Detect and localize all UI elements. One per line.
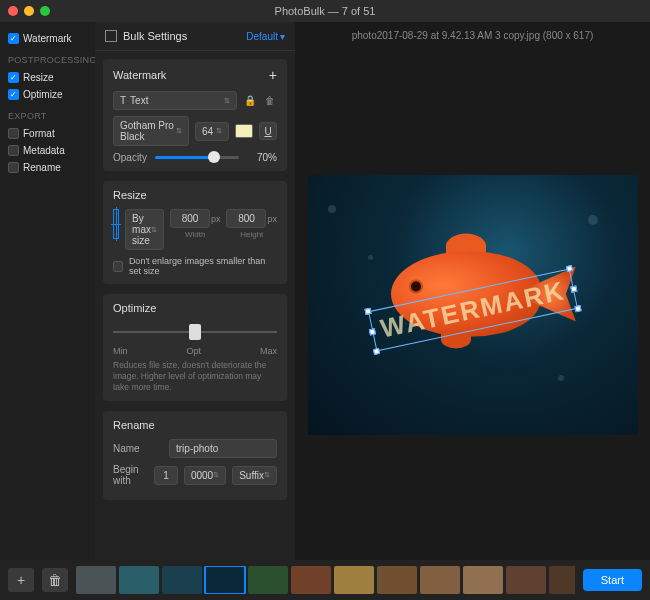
main-layout: ✓ Watermark POSTPROCESSING ✓ Resize ✓ Op…: [0, 22, 650, 560]
font-size-stepper[interactable]: 64 ⇅: [195, 122, 229, 141]
thumbnail[interactable]: [119, 566, 159, 594]
optimize-slider[interactable]: [113, 322, 277, 342]
settings-column: Bulk Settings Default ▾ Watermark + T: [95, 22, 295, 560]
checkbox-icon[interactable]: ✓: [8, 89, 19, 100]
checkbox-icon[interactable]: ✓: [8, 72, 19, 83]
preset-dropdown[interactable]: Default ▾: [246, 31, 285, 42]
resize-handle[interactable]: [372, 348, 379, 355]
resize-mode-dropdown[interactable]: By max size ⇅: [125, 209, 164, 250]
chevron-updown-icon: ⇅: [151, 226, 157, 234]
thumbnail[interactable]: [463, 566, 503, 594]
opacity-label: Opacity: [113, 152, 147, 163]
preview-filename: photo2017-08-29 at 9.42.13 AM 3 copy.jpg…: [295, 22, 650, 49]
sidebar-item-label: Metadata: [23, 145, 65, 156]
resize-handle[interactable]: [565, 265, 572, 272]
thumbnail-strip: [76, 566, 575, 594]
add-watermark-button[interactable]: +: [269, 67, 277, 83]
font-dropdown[interactable]: Gotham Pro Black ⇅: [113, 116, 189, 146]
font-size-value: 64: [202, 126, 213, 137]
thumbnail[interactable]: [76, 566, 116, 594]
thumbnail[interactable]: [162, 566, 202, 594]
sidebar-item-format[interactable]: Format: [6, 125, 89, 142]
window-controls: [0, 6, 50, 16]
resize-handle[interactable]: [364, 307, 371, 314]
begin-with-label: Begin with: [113, 464, 148, 486]
add-button[interactable]: +: [8, 568, 34, 592]
resize-handle[interactable]: [574, 305, 581, 312]
resize-handle[interactable]: [368, 328, 375, 335]
digits-dropdown[interactable]: 0000 ⇅: [184, 466, 226, 485]
checkbox-icon[interactable]: [8, 128, 19, 139]
height-input[interactable]: 800: [226, 209, 266, 228]
chevron-updown-icon: ⇅: [224, 97, 230, 105]
name-label: Name: [113, 443, 163, 454]
name-input[interactable]: trip-photo: [169, 439, 277, 458]
preview-image[interactable]: WATERMARK: [308, 175, 638, 435]
begin-with-input[interactable]: 1: [154, 466, 178, 485]
thumbnail[interactable]: [334, 566, 374, 594]
color-swatch[interactable]: [235, 124, 253, 138]
minimize-icon[interactable]: [24, 6, 34, 16]
sidebar: ✓ Watermark POSTPROCESSING ✓ Resize ✓ Op…: [0, 22, 95, 560]
opacity-value: 70%: [247, 152, 277, 163]
checkbox-icon[interactable]: [8, 162, 19, 173]
delete-button[interactable]: 🗑: [42, 568, 68, 592]
thumbnail[interactable]: [506, 566, 546, 594]
lock-icon[interactable]: 🔒: [243, 94, 257, 108]
checkbox-icon[interactable]: ✓: [8, 33, 19, 44]
watermark-type-label: Text: [130, 95, 148, 106]
checkbox-icon[interactable]: [8, 145, 19, 156]
thumbnail[interactable]: [205, 566, 245, 594]
sidebar-heading-postprocessing: POSTPROCESSING: [8, 55, 87, 65]
window-title: PhotoBulk — 7 of 51: [0, 5, 650, 17]
chevron-down-icon: ▾: [280, 31, 285, 42]
panel-rename: Rename Name trip-photo Begin with 1 0000…: [103, 411, 287, 500]
sidebar-item-label: Rename: [23, 162, 61, 173]
sidebar-item-watermark[interactable]: ✓ Watermark: [6, 30, 89, 47]
preview-body: WATERMARK: [295, 49, 650, 560]
optimize-max-label: Max: [260, 346, 277, 356]
unit-label: px: [211, 214, 221, 224]
resize-mode-label: By max size: [132, 213, 151, 246]
sidebar-item-rename[interactable]: Rename: [6, 159, 89, 176]
zoom-icon[interactable]: [40, 6, 50, 16]
trash-icon[interactable]: 🗑: [263, 94, 277, 108]
dont-enlarge-checkbox[interactable]: [113, 261, 123, 272]
sidebar-item-resize[interactable]: ✓ Resize: [6, 69, 89, 86]
panel-resize: Resize By max size ⇅ 800 px Width: [103, 181, 287, 284]
close-icon[interactable]: [8, 6, 18, 16]
panel-title: Watermark: [113, 69, 166, 81]
optimize-min-label: Min: [113, 346, 128, 356]
thumbnail[interactable]: [377, 566, 417, 594]
sidebar-item-label: Optimize: [23, 89, 62, 100]
width-input[interactable]: 800: [170, 209, 210, 228]
sidebar-item-label: Resize: [23, 72, 54, 83]
sidebar-item-metadata[interactable]: Metadata: [6, 142, 89, 159]
thumbnail[interactable]: [420, 566, 460, 594]
width-label: Width: [185, 230, 205, 239]
thumbnail[interactable]: [248, 566, 288, 594]
text-icon: T: [120, 95, 126, 106]
footer: + 🗑 Start: [0, 560, 650, 600]
panel-title: Optimize: [113, 302, 156, 314]
sidebar-item-label: Watermark: [23, 33, 72, 44]
chevron-updown-icon: ⇅: [264, 471, 270, 479]
settings-title: Bulk Settings: [123, 30, 187, 42]
resize-anchor[interactable]: [113, 209, 119, 239]
sidebar-item-optimize[interactable]: ✓ Optimize: [6, 86, 89, 103]
font-label: Gotham Pro Black: [120, 120, 176, 142]
watermark-type-dropdown[interactable]: T Text ⇅: [113, 91, 237, 110]
bulk-icon: [105, 30, 117, 42]
chevron-updown-icon: ⇅: [176, 127, 182, 135]
resize-handle[interactable]: [570, 285, 577, 292]
thumbnail[interactable]: [291, 566, 331, 594]
chevron-updown-icon: ⇅: [216, 127, 222, 135]
optimize-opt-label: Opt: [186, 346, 201, 356]
opacity-slider[interactable]: [155, 156, 239, 159]
thumbnail[interactable]: [549, 566, 575, 594]
start-button[interactable]: Start: [583, 569, 642, 591]
suffix-dropdown[interactable]: Suffix ⇅: [232, 466, 277, 485]
underline-button[interactable]: U: [259, 122, 277, 140]
sidebar-heading-export: EXPORT: [8, 111, 87, 121]
slider-thumb[interactable]: [189, 324, 201, 340]
